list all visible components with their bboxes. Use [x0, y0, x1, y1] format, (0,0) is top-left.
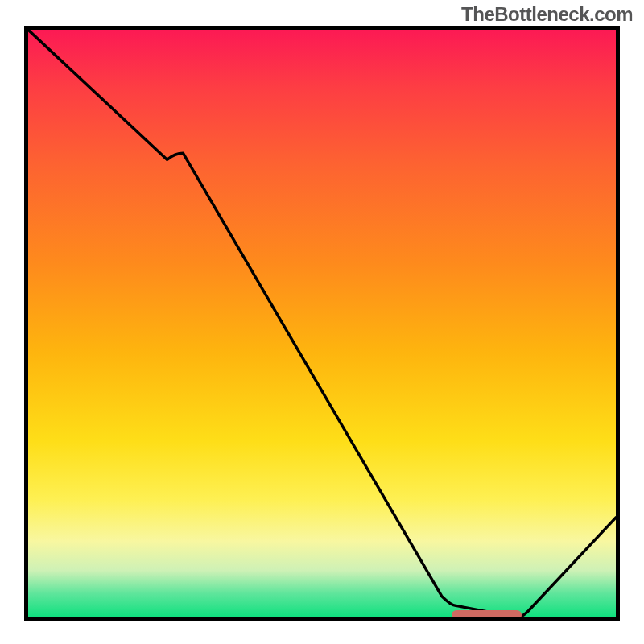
- optimal-range-marker: [452, 610, 522, 620]
- chart-container: TheBottleneck.com: [0, 0, 644, 644]
- plot-frame: [24, 26, 620, 621]
- bottleneck-curve: [28, 30, 616, 617]
- watermark-text: TheBottleneck.com: [461, 3, 633, 26]
